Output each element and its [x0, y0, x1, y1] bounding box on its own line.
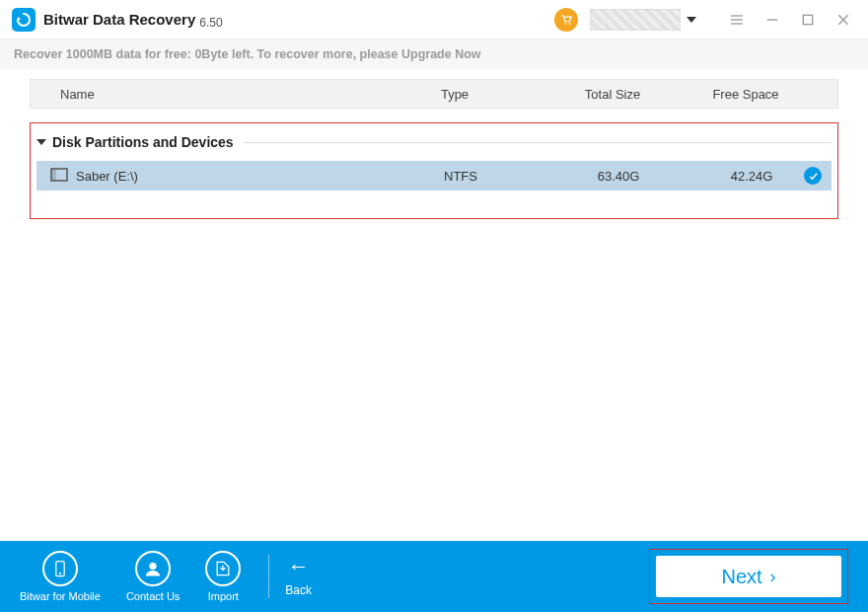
promo-bar[interactable]: Recover 1000MB data for free: 0Byte left… — [0, 39, 868, 69]
col-header-size[interactable]: Total Size — [543, 87, 682, 102]
col-header-type[interactable]: Type — [366, 87, 543, 102]
menu-button[interactable] — [724, 7, 750, 33]
import-icon — [205, 551, 241, 586]
next-button[interactable]: Next › — [656, 556, 841, 597]
chevron-right-icon: › — [770, 567, 776, 587]
main-content: Name Type Total Size Free Space Disk Par… — [0, 69, 868, 219]
app-version: 6.50 — [199, 16, 222, 30]
close-icon — [835, 12, 851, 28]
bottom-divider — [268, 555, 269, 598]
import-button[interactable]: Import — [205, 551, 241, 602]
partition-name: Saber (E:\) — [76, 169, 138, 184]
next-highlight-box: Next › — [649, 549, 848, 604]
app-logo-icon — [12, 8, 36, 32]
disclosure-triangle-icon[interactable] — [36, 139, 46, 145]
maximize-icon — [800, 12, 816, 28]
app-title: Bitwar Data Recovery — [43, 11, 195, 28]
close-button[interactable] — [831, 7, 856, 33]
minimize-button[interactable] — [760, 7, 785, 33]
section-divider — [244, 142, 832, 143]
partition-highlight-box: Disk Partitions and Devices Saber (E:\) … — [30, 122, 838, 219]
next-label: Next — [721, 566, 761, 588]
back-label: Back — [285, 583, 312, 597]
back-button[interactable]: ← Back — [285, 556, 312, 597]
svg-rect-10 — [51, 169, 56, 181]
bottom-bar: Bitwar for Mobile Contact Us Import ← Ba… — [0, 541, 868, 612]
import-label: Import — [208, 590, 239, 602]
cart-icon — [559, 13, 573, 27]
partition-row[interactable]: Saber (E:\) NTFS 63.40G 42.24G — [36, 161, 832, 191]
mobile-icon — [42, 551, 78, 586]
back-arrow-icon: ← — [288, 556, 310, 577]
svg-point-12 — [59, 573, 61, 574]
contact-icon — [135, 551, 171, 586]
partition-type: NTFS — [372, 169, 549, 184]
hamburger-icon — [729, 12, 745, 28]
dropdown-caret-icon[interactable] — [687, 17, 696, 23]
bitwar-mobile-button[interactable]: Bitwar for Mobile — [20, 551, 101, 602]
section-title: Disk Partitions and Devices — [52, 134, 234, 150]
col-header-free[interactable]: Free Space — [682, 87, 810, 102]
svg-point-0 — [565, 23, 567, 25]
svg-rect-6 — [803, 15, 812, 24]
promo-text: Recover 1000MB data for free: 0Byte left… — [14, 47, 481, 61]
contact-label: Contact Us — [126, 590, 180, 602]
col-header-name[interactable]: Name — [31, 87, 366, 102]
section-header[interactable]: Disk Partitions and Devices — [36, 129, 832, 155]
user-dropdown[interactable] — [590, 9, 681, 31]
cart-button[interactable] — [554, 8, 578, 32]
svg-point-1 — [569, 23, 571, 25]
mobile-label: Bitwar for Mobile — [20, 590, 101, 602]
maximize-button[interactable] — [795, 7, 821, 33]
table-header: Name Type Total Size Free Space — [30, 79, 838, 109]
selected-check-icon — [804, 167, 822, 185]
partition-size: 63.40G — [549, 169, 687, 184]
contact-us-button[interactable]: Contact Us — [126, 551, 180, 602]
svg-point-13 — [150, 563, 157, 570]
titlebar: Bitwar Data Recovery 6.50 — [0, 0, 868, 39]
drive-icon — [50, 168, 68, 185]
partition-free: 42.24G — [687, 169, 816, 184]
minimize-icon — [764, 12, 780, 28]
